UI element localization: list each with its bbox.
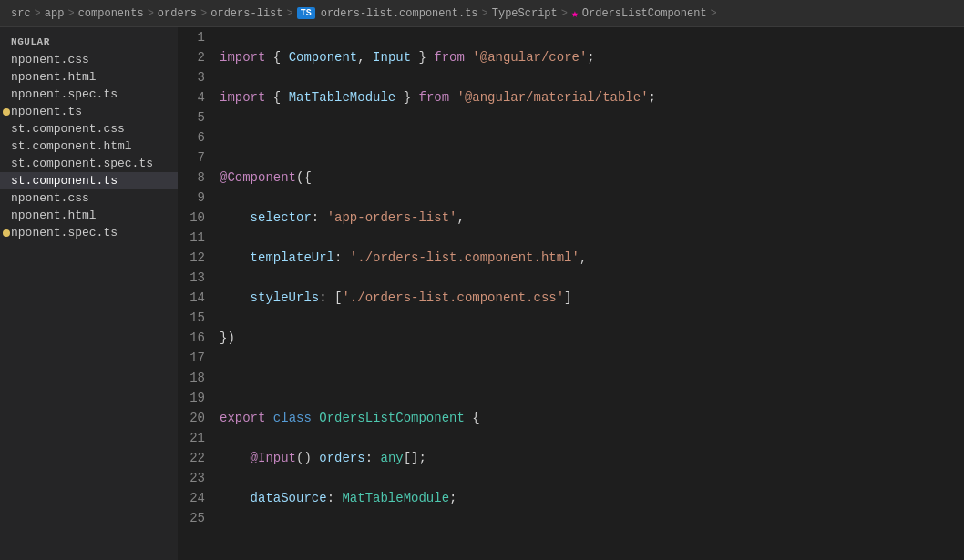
breadcrumb-components[interactable]: components [78, 7, 144, 20]
line-num-13: 13 [185, 268, 205, 288]
line-num-14: 14 [185, 288, 205, 308]
sep8: > [711, 7, 717, 20]
modified-dot-11 [3, 229, 10, 237]
sidebar-section-label: NGULAR [0, 31, 178, 51]
line-num-15: 15 [185, 308, 205, 328]
line-num-25: 25 [185, 508, 205, 528]
sidebar-item-label-2: nponent.html [11, 70, 97, 84]
line-num-21: 21 [185, 428, 205, 448]
line-num-19: 19 [185, 388, 205, 408]
code-editor[interactable]: 1 2 3 4 5 6 7 8 9 10 11 12 13 14 15 16 1… [178, 27, 964, 560]
sep4: > [200, 7, 207, 20]
component-icon: ★ [571, 6, 579, 21]
code-content: import { Component, Input } from '@angul… [216, 27, 964, 560]
code-line-12: dataSource: MatTableModule; [220, 488, 964, 508]
code-line-7: styleUrls: ['./orders-list.component.css… [220, 288, 964, 308]
code-line-10: export class OrdersListComponent { [220, 408, 964, 428]
sidebar-item-2[interactable]: nponent.html [0, 68, 178, 86]
sep7: > [561, 7, 568, 20]
line-num-22: 22 [185, 448, 205, 468]
sidebar-item-label-9: nponent.css [11, 191, 89, 205]
sidebar-item-1[interactable]: nponent.css [0, 51, 178, 68]
code-line-4: @Component({ [220, 168, 964, 188]
code-line-11: @Input() orders: any[]; [220, 448, 964, 468]
sep3: > [148, 7, 154, 20]
sidebar-item-6[interactable]: st.component.html [0, 137, 178, 155]
line-num-1: 1 [185, 27, 205, 47]
line-num-16: 16 [185, 328, 205, 348]
sidebar-item-10[interactable]: nponent.html [0, 207, 178, 224]
line-num-18: 18 [185, 368, 205, 388]
code-area: 1 2 3 4 5 6 7 8 9 10 11 12 13 14 15 16 1… [178, 27, 964, 560]
breadcrumb-classname[interactable]: OrdersListComponent [582, 7, 707, 20]
sidebar-item-5[interactable]: st.component.css [0, 120, 178, 137]
line-num-2: 2 [185, 47, 205, 67]
line-num-7: 7 [185, 148, 205, 168]
sep2: > [67, 7, 74, 20]
code-line-2: import { MatTableModule } from '@angular… [220, 87, 964, 107]
code-line-5: selector: 'app-orders-list', [220, 208, 964, 228]
breadcrumb-typescript[interactable]: TypeScript [492, 7, 558, 20]
code-line-13 [220, 528, 964, 548]
sidebar-item-label-4: nponent.ts [11, 105, 82, 118]
sep1: > [35, 7, 41, 20]
line-num-17: 17 [185, 348, 205, 368]
breadcrumb-app[interactable]: app [45, 7, 65, 20]
line-num-9: 9 [185, 188, 205, 208]
sidebar-item-label-5: st.component.css [11, 122, 125, 136]
code-line-6: templateUrl: './orders-list.component.ht… [220, 248, 964, 268]
breadcrumb: src > app > components > orders > orders… [0, 0, 964, 27]
sidebar-item-label-11: nponent.spec.ts [11, 226, 118, 239]
code-line-1: import { Component, Input } from '@angul… [220, 47, 964, 67]
line-num-6: 6 [185, 127, 205, 148]
sidebar-item-11[interactable]: nponent.spec.ts [0, 224, 178, 241]
line-num-10: 10 [185, 208, 205, 228]
line-num-8: 8 [185, 168, 205, 188]
line-num-11: 11 [185, 228, 205, 248]
line-num-12: 12 [185, 248, 205, 268]
sidebar-item-label-1: nponent.css [11, 53, 89, 66]
code-line-9 [220, 368, 964, 388]
line-num-4: 4 [185, 87, 205, 107]
sidebar-item-label-6: st.component.html [11, 139, 132, 153]
sep6: > [482, 7, 488, 20]
line-num-3: 3 [185, 67, 205, 87]
line-num-5: 5 [185, 107, 205, 127]
sidebar-item-label-7: st.component.spec.ts [11, 157, 153, 170]
code-line-8: }) [220, 328, 964, 348]
line-num-23: 23 [185, 468, 205, 488]
line-num-24: 24 [185, 488, 205, 508]
sidebar-item-7[interactable]: st.component.spec.ts [0, 155, 178, 172]
sidebar-item-label-10: nponent.html [11, 209, 97, 222]
breadcrumb-src[interactable]: src [11, 7, 31, 20]
line-num-20: 20 [185, 408, 205, 428]
modified-dot-4 [3, 108, 10, 116]
sidebar: NGULAR nponent.css nponent.html nponent.… [0, 27, 178, 560]
breadcrumb-filename[interactable]: orders-list.component.ts [321, 7, 478, 20]
sidebar-item-4[interactable]: nponent.ts [0, 103, 178, 120]
main-area: NGULAR nponent.css nponent.html nponent.… [0, 27, 964, 560]
ts-icon: TS [297, 7, 315, 19]
sidebar-item-label-3: nponent.spec.ts [11, 87, 118, 101]
line-numbers: 1 2 3 4 5 6 7 8 9 10 11 12 13 14 15 16 1… [178, 27, 216, 560]
breadcrumb-orders[interactable]: orders [158, 7, 197, 20]
sidebar-item-label-8: st.component.ts [11, 174, 118, 188]
code-line-3 [220, 127, 964, 148]
breadcrumb-orders-list[interactable]: orders-list [210, 7, 282, 20]
sidebar-item-3[interactable]: nponent.spec.ts [0, 86, 178, 103]
sidebar-item-8[interactable]: st.component.ts [0, 172, 178, 189]
sidebar-item-9[interactable]: nponent.css [0, 189, 178, 207]
sep5: > [286, 7, 292, 20]
